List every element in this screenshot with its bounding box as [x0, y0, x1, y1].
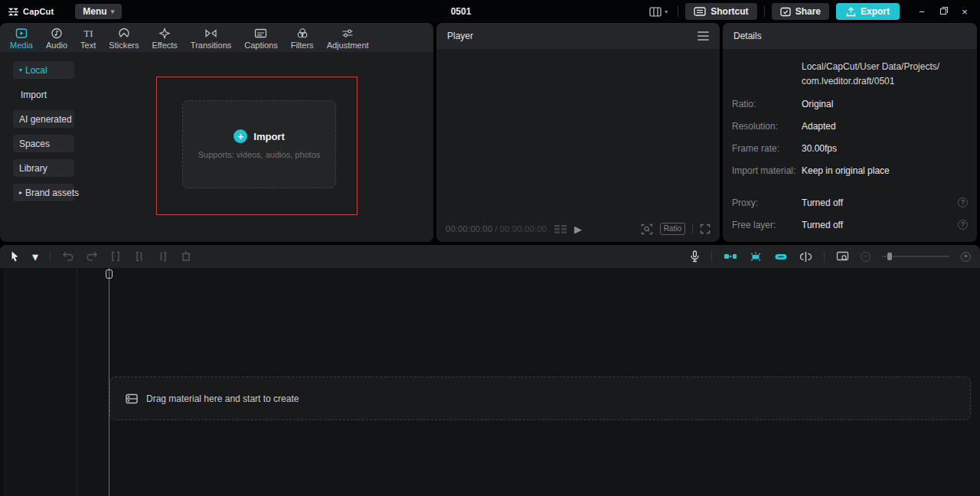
total-time: 00:00:00:00 — [500, 224, 547, 233]
import-dropzone[interactable]: + Import Supports: videos, audios, photo… — [182, 100, 336, 188]
fullscreen-icon[interactable] — [700, 224, 710, 234]
magnet-icon — [749, 251, 763, 263]
track-header-divider — [77, 268, 77, 496]
layout-switcher-button[interactable]: ▾ — [646, 5, 671, 18]
delete-left-icon — [133, 251, 145, 262]
zoom-out-button[interactable]: − — [861, 252, 871, 262]
minimize-button[interactable]: − — [911, 2, 933, 21]
preview-axis-button[interactable] — [799, 251, 812, 263]
frame-view-icon[interactable] — [554, 224, 567, 234]
delete-button[interactable] — [181, 251, 191, 262]
shortcut-button[interactable]: Shortcut — [685, 3, 756, 20]
tab-stickers[interactable]: Stickers — [109, 23, 139, 52]
title-bar: CapCut Menu ▾ 0501 ▾ — [0, 0, 980, 23]
adjustment-icon — [341, 28, 354, 39]
filters-icon — [296, 28, 309, 39]
delete-right-button[interactable] — [157, 251, 169, 262]
menu-button[interactable]: Menu ▾ — [75, 4, 122, 19]
select-tool-button[interactable] — [9, 250, 21, 263]
export-button[interactable]: Export — [836, 3, 900, 20]
menu-label: Menu — [83, 6, 106, 17]
chevron-down-icon: ▾ — [19, 67, 22, 73]
render-preview-button[interactable] — [836, 251, 849, 262]
sidebar-item-spaces[interactable]: Spaces — [13, 135, 74, 152]
ratio-button[interactable]: Ratio — [660, 223, 685, 235]
capcut-window: CapCut Menu ▾ 0501 ▾ — [0, 0, 980, 496]
sidebar-item-import[interactable]: Import — [13, 86, 74, 103]
divider — [50, 251, 51, 262]
sidebar-item-label: Library — [19, 163, 47, 174]
share-icon — [780, 7, 791, 17]
text-icon: TI — [82, 28, 95, 39]
undo-button[interactable] — [62, 251, 74, 262]
auto-snap-toggle[interactable] — [724, 251, 737, 262]
sidebar-item-ai-generated[interactable]: AI generated — [13, 110, 74, 128]
tab-transitions[interactable]: Transitions — [191, 23, 231, 52]
detail-row-import-material: Import material: Keep in original place — [732, 165, 968, 176]
tab-label: Transitions — [191, 41, 231, 50]
select-tool-dropdown[interactable]: ▾ — [32, 250, 38, 264]
player-menu-button[interactable] — [697, 31, 709, 41]
tab-filters[interactable]: Filters — [291, 23, 314, 52]
captions-icon — [254, 28, 267, 39]
detail-row-ratio: Ratio: Original — [732, 99, 968, 109]
main-track-dropzone[interactable]: Drag material here and start to create — [109, 377, 971, 420]
auto-link-toggle[interactable] — [774, 252, 788, 262]
divider — [764, 6, 765, 17]
media-panel: Media Audio TI Text — [0, 23, 433, 242]
play-button[interactable]: ▶ — [574, 224, 582, 234]
redo-icon — [86, 251, 98, 262]
render-preview-icon — [836, 251, 849, 262]
player-controls: 00:00:00:00/00:00:00:00 ▶ — [436, 216, 720, 242]
layout-icon — [649, 7, 662, 17]
chevron-down-icon: ▾ — [665, 8, 668, 15]
asset-tab-bar: Media Audio TI Text — [0, 23, 433, 52]
sidebar-item-label: Spaces — [19, 139, 50, 149]
sidebar-item-local[interactable]: ▾ Local — [13, 61, 74, 79]
tab-adjustment[interactable]: Adjustment — [327, 23, 369, 52]
detail-label: Proxy: — [732, 197, 802, 208]
redo-button[interactable] — [86, 251, 98, 262]
tab-captions[interactable]: Captions — [244, 23, 277, 52]
media-content-area: + Import Supports: videos, audios, photo… — [74, 61, 426, 242]
media-icon — [15, 28, 28, 39]
split-button[interactable] — [109, 251, 122, 262]
current-time: 00:00:00:00 — [446, 224, 492, 233]
detail-value: 30.00fps — [802, 143, 837, 154]
delete-left-button[interactable] — [133, 251, 145, 262]
player-title: Player — [447, 31, 473, 41]
sidebar-item-library[interactable]: Library — [13, 159, 74, 177]
record-voiceover-button[interactable] — [690, 250, 700, 263]
detail-label: Ratio: — [732, 99, 802, 109]
project-path: Local/CapCut/User Data/Projects/ com.lve… — [802, 60, 968, 89]
detail-label: Resolution: — [732, 121, 802, 132]
tab-effects[interactable]: Effects — [152, 23, 177, 52]
main-track-magnet-toggle[interactable] — [749, 251, 763, 263]
detail-row-free-layer: Free layer: Turned off ? — [732, 220, 968, 230]
close-button[interactable]: × — [954, 2, 975, 21]
tab-audio[interactable]: Audio — [46, 23, 67, 52]
tab-label: Stickers — [109, 41, 139, 50]
playhead-handle[interactable] — [106, 269, 113, 279]
timecode-separator: / — [492, 224, 499, 233]
detail-label: Free layer: — [732, 220, 802, 230]
slider-handle[interactable] — [887, 253, 892, 260]
detail-row-proxy: Proxy: Turned off ? — [732, 197, 968, 208]
help-icon[interactable]: ? — [958, 220, 968, 230]
help-icon[interactable]: ? — [958, 197, 968, 207]
sidebar-item-brand-assets[interactable]: ▸ Brand assets — [13, 184, 74, 201]
tab-label: Text — [80, 41, 96, 50]
restore-button[interactable] — [933, 2, 954, 21]
divider — [711, 251, 712, 262]
delete-icon — [181, 251, 191, 262]
timeline-zoom-slider[interactable] — [882, 251, 949, 262]
slider-track — [882, 256, 949, 257]
tab-text[interactable]: TI Text — [80, 23, 96, 52]
shortcut-label: Shortcut — [710, 6, 748, 17]
tab-media[interactable]: Media — [10, 23, 33, 52]
detail-row-frame-rate: Frame rate: 30.00fps — [732, 143, 968, 154]
share-button[interactable]: Share — [772, 3, 829, 20]
import-highlight-frame: + Import Supports: videos, audios, photo… — [156, 77, 358, 215]
zoom-in-button[interactable]: + — [961, 252, 971, 262]
preview-zoom-icon[interactable] — [641, 224, 653, 235]
